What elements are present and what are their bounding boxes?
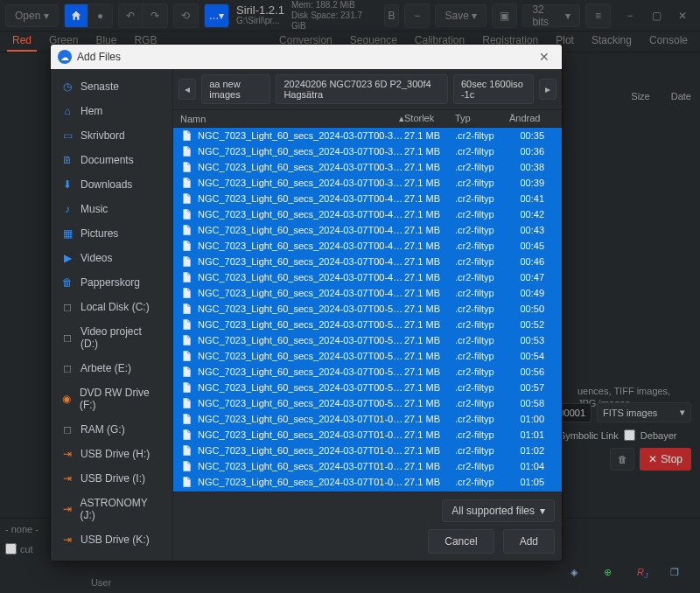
sidebar-item-skrivbord[interactable]: ▭Skrivbord [51, 123, 172, 148]
col-name[interactable]: Namn▴ [180, 113, 404, 124]
sidebar-item-documents[interactable]: 🗎Documents [51, 148, 172, 172]
file-modified: 00:45 [509, 241, 555, 251]
sidebar-item-video-project-d-[interactable]: ◻Video project (D:) [51, 319, 172, 356]
places-sidebar: ◷Senaste⌂Hem▭Skrivbord🗎Documents⬇Downloa… [51, 69, 173, 561]
sidebar-item-papperskorg[interactable]: 🗑Papperskorg [51, 270, 172, 295]
sidebar-item-label: Arbete (E:) [80, 362, 131, 374]
file-name: NGC_7023_Light_60_secs_2024-03-07T00-45-… [198, 241, 404, 251]
file-type: .cr2-filtyp [455, 209, 509, 220]
file-row[interactable]: NGC_7023_Light_60_secs_2024-03-07T01-00-… [173, 411, 562, 427]
disk-icon: ◻ [61, 362, 74, 374]
crumb-2[interactable]: 60sec 1600iso -1c [453, 74, 534, 104]
add-button[interactable]: Add [503, 529, 555, 554]
file-type: .cr2-filtyp [455, 335, 509, 345]
file-row[interactable]: NGC_7023_Light_60_secs_2024-03-07T00-47-… [173, 269, 562, 285]
file-row[interactable]: NGC_7023_Light_60_secs_2024-03-07T00-58-… [173, 395, 562, 411]
sidebar-item-label: Videos [80, 252, 112, 264]
sidebar-item-usb-drive-h-[interactable]: ⇥USB Drive (H:) [51, 442, 172, 466]
sidebar-item-senaste[interactable]: ◷Senaste [51, 74, 172, 99]
sidebar-item-pictures[interactable]: ▦Pictures [51, 221, 172, 246]
file-size: 27.1 MB [404, 319, 455, 330]
file-row[interactable]: NGC_7023_Light_60_secs_2024-03-07T00-45-… [173, 238, 562, 254]
file-size: 27.1 MB [404, 256, 455, 267]
nav-back-button[interactable]: ◂ [178, 79, 196, 100]
cancel-button[interactable]: Cancel [428, 529, 494, 554]
file-row[interactable]: NGC_7023_Light_60_secs_2024-03-07T01-01-… [173, 427, 562, 443]
file-row[interactable]: NGC_7023_Light_60_secs_2024-03-07T00-36-… [173, 143, 562, 159]
file-row[interactable]: NGC_7023_Light_60_secs_2024-03-07T00-42-… [173, 206, 562, 222]
file-name: NGC_7023_Light_60_secs_2024-03-07T01-00-… [198, 414, 404, 424]
col-size[interactable]: Storlek [404, 113, 455, 124]
file-row[interactable]: NGC_7023_Light_60_secs_2024-03-07T01-04-… [173, 458, 562, 474]
sidebar-item-ram-g-[interactable]: ◻RAM (G:) [51, 417, 172, 442]
file-type: .cr2-filtyp [455, 429, 509, 440]
file-type: .cr2-filtyp [455, 351, 509, 361]
file-row[interactable]: NGC_7023_Light_60_secs_2024-03-07T00-51-… [173, 317, 562, 332]
sidebar-item-hem[interactable]: ⌂Hem [51, 99, 172, 123]
usb-icon: ⇥ [61, 503, 73, 515]
file-row[interactable]: NGC_7023_Light_60_secs_2024-03-07T00-56-… [173, 364, 562, 380]
disk-icon: ◻ [61, 331, 74, 344]
file-size: 27.1 MB [404, 414, 455, 424]
sidebar-item-label: DVD RW Drive (F:) [80, 387, 162, 411]
sidebar-item-music[interactable]: ♪Music [51, 197, 172, 221]
file-type: .cr2-filtyp [455, 193, 509, 204]
nav-forward-button[interactable]: ▸ [539, 79, 556, 100]
file-type: .cr2-filtyp [455, 461, 509, 471]
file-modified: 00:52 [509, 319, 555, 330]
col-type[interactable]: Typ [455, 113, 509, 124]
crumb-0[interactable]: aa new images [201, 74, 270, 104]
file-row[interactable]: NGC_7023_Light_60_secs_2024-03-07T00-50-… [173, 301, 562, 317]
file-list[interactable]: NGC_7023_Light_60_secs_2024-03-07T00-35-… [173, 128, 562, 492]
sidebar-item-videos[interactable]: ▶Videos [51, 246, 172, 270]
sidebar-item-label: USB Drive (H:) [80, 448, 150, 460]
crumb-1[interactable]: 20240206 NGC7023 6D P2_300f4 Hagsätra [276, 74, 448, 104]
file-row[interactable]: NGC_7023_Light_60_secs_2024-03-07T00-43-… [173, 222, 562, 238]
file-name: NGC_7023_Light_60_secs_2024-03-07T00-47-… [198, 272, 404, 283]
file-name: NGC_7023_Light_60_secs_2024-03-07T00-38-… [198, 162, 404, 172]
sidebar-item-dvd-rw-drive-f-[interactable]: ◉DVD RW Drive (F:) [51, 380, 172, 417]
file-name: NGC_7023_Light_60_secs_2024-03-07T00-58-… [198, 398, 404, 408]
col-mod[interactable]: Ändrad [509, 113, 555, 124]
file-name: NGC_7023_Light_60_secs_2024-03-07T00-54-… [198, 351, 404, 361]
dialog-titlebar: ☁ Add Files ✕ [51, 45, 562, 69]
file-modified: 00:53 [509, 335, 555, 345]
file-row[interactable]: NGC_7023_Light_60_secs_2024-03-07T00-38-… [173, 159, 562, 175]
file-row[interactable]: NGC_7023_Light_60_secs_2024-03-07T01-05-… [173, 474, 562, 490]
file-row[interactable]: NGC_7023_Light_60_secs_2024-03-07T01-02-… [173, 443, 562, 458]
file-row[interactable]: NGC_7023_Light_60_secs_2024-03-07T00-49-… [173, 285, 562, 301]
file-name: NGC_7023_Light_60_secs_2024-03-07T00-35-… [198, 130, 404, 141]
sidebar-item-usb-drive-i-[interactable]: ⇥USB Drive (I:) [51, 466, 172, 491]
file-row[interactable]: NGC_7023_Light_60_secs_2024-03-07T00-53-… [173, 332, 562, 348]
file-name: NGC_7023_Light_60_secs_2024-03-07T01-01-… [198, 429, 404, 440]
sidebar-item-label: Pictures [80, 227, 118, 240]
file-row[interactable]: NGC_7023_Light_60_secs_2024-03-07T00-41-… [173, 191, 562, 206]
desktop-icon: ▭ [61, 129, 74, 142]
file-modified: 01:05 [509, 477, 555, 487]
sidebar-item-astronomy-j-[interactable]: ⇥ASTRONOMY (J:) [51, 491, 172, 527]
note-icon: ♪ [61, 203, 74, 215]
file-modified: 00:36 [509, 146, 555, 157]
dialog-close-button[interactable]: ✕ [534, 48, 555, 66]
file-modified: 01:00 [509, 414, 555, 424]
file-size: 27.1 MB [404, 398, 455, 408]
sidebar-item-downloads[interactable]: ⬇Downloads [51, 172, 172, 197]
trash-icon: 🗑 [61, 276, 74, 289]
sidebar-item-local-disk-c-[interactable]: ◻Local Disk (C:) [51, 295, 172, 319]
sidebar-item-arbete-e-[interactable]: ◻Arbete (E:) [51, 356, 172, 380]
home-icon: ⌂ [61, 105, 74, 117]
file-row[interactable]: NGC_7023_Light_60_secs_2024-03-07T00-39-… [173, 175, 562, 191]
file-modified: 00:58 [509, 398, 555, 408]
file-row[interactable]: NGC_7023_Light_60_secs_2024-03-07T00-57-… [173, 380, 562, 395]
file-size: 27.1 MB [404, 429, 455, 440]
file-size: 27.1 MB [404, 477, 455, 487]
file-row[interactable]: NGC_7023_Light_60_secs_2024-03-07T00-35-… [173, 128, 562, 143]
breadcrumb-bar: ◂ aa new images 20240206 NGC7023 6D P2_3… [173, 69, 562, 110]
file-filter-select[interactable]: All supported files▾ [442, 499, 555, 522]
file-modified: 00:49 [509, 288, 555, 298]
file-size: 27.1 MB [404, 146, 455, 157]
file-row[interactable]: NGC_7023_Light_60_secs_2024-03-07T00-46-… [173, 254, 562, 269]
file-row[interactable]: NGC_7023_Light_60_secs_2024-03-07T00-54-… [173, 348, 562, 364]
sidebar-item-usb-drive-k-[interactable]: ⇥USB Drive (K:) [51, 527, 172, 552]
sidebar-item-label: Hem [80, 105, 102, 117]
